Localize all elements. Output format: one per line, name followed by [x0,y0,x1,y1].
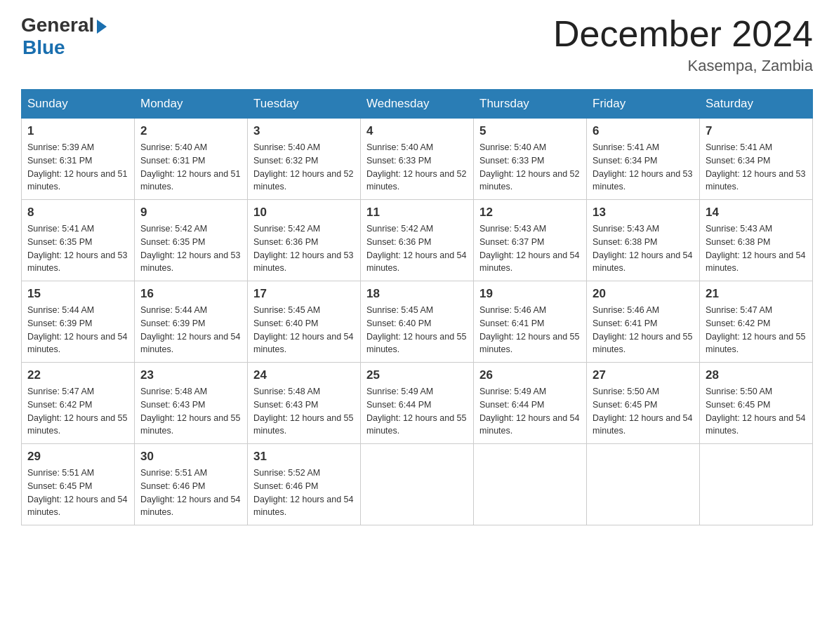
day-number: 1 [27,124,128,138]
calendar-cell: 10Sunrise: 5:42 AMSunset: 6:36 PMDayligh… [248,200,361,281]
day-number: 10 [253,206,355,220]
calendar-cell: 28Sunrise: 5:50 AMSunset: 6:45 PMDayligh… [700,363,813,444]
day-number: 15 [27,287,128,301]
day-number: 5 [479,124,581,138]
day-number: 12 [479,206,581,220]
day-info: Sunrise: 5:40 AMSunset: 6:33 PMDaylight:… [479,141,581,194]
header-cell-friday: Friday [587,90,700,119]
week-row-5: 29Sunrise: 5:51 AMSunset: 6:45 PMDayligh… [22,444,813,525]
calendar-body: 1Sunrise: 5:39 AMSunset: 6:31 PMDaylight… [22,119,813,525]
header-cell-saturday: Saturday [700,90,813,119]
day-number: 21 [706,287,807,301]
day-info: Sunrise: 5:44 AMSunset: 6:39 PMDaylight:… [27,304,128,356]
calendar-cell: 22Sunrise: 5:47 AMSunset: 6:42 PMDayligh… [22,363,135,444]
day-number: 9 [140,206,241,220]
calendar-cell: 26Sunrise: 5:49 AMSunset: 6:44 PMDayligh… [474,363,587,444]
calendar-cell: 9Sunrise: 5:42 AMSunset: 6:35 PMDaylight… [135,200,248,281]
day-info: Sunrise: 5:45 AMSunset: 6:40 PMDaylight:… [253,304,355,356]
day-info: Sunrise: 5:46 AMSunset: 6:41 PMDaylight:… [479,304,581,356]
calendar-cell: 27Sunrise: 5:50 AMSunset: 6:45 PMDayligh… [587,363,700,444]
header-cell-thursday: Thursday [474,90,587,119]
day-number: 7 [706,124,807,138]
logo-blue-text: Blue [22,36,65,59]
calendar-cell: 31Sunrise: 5:52 AMSunset: 6:46 PMDayligh… [248,444,361,525]
calendar-cell: 5Sunrise: 5:40 AMSunset: 6:33 PMDaylight… [474,119,587,200]
day-info: Sunrise: 5:43 AMSunset: 6:38 PMDaylight:… [706,222,807,275]
calendar-cell: 25Sunrise: 5:49 AMSunset: 6:44 PMDayligh… [361,363,474,444]
header-cell-wednesday: Wednesday [361,90,474,119]
calendar-cell: 19Sunrise: 5:46 AMSunset: 6:41 PMDayligh… [474,281,587,363]
day-info: Sunrise: 5:47 AMSunset: 6:42 PMDaylight:… [27,385,128,438]
calendar-cell: 30Sunrise: 5:51 AMSunset: 6:46 PMDayligh… [135,444,248,525]
day-info: Sunrise: 5:42 AMSunset: 6:36 PMDaylight:… [366,222,468,275]
day-number: 28 [706,368,807,382]
day-number: 22 [27,368,128,382]
calendar-cell: 29Sunrise: 5:51 AMSunset: 6:45 PMDayligh… [22,444,135,525]
page-header: General Blue December 2024 Kasempa, Zamb… [21,14,813,75]
day-info: Sunrise: 5:40 AMSunset: 6:33 PMDaylight:… [366,141,468,194]
day-number: 8 [27,206,128,220]
logo-general-text: General [21,14,94,36]
logo: General Blue [21,14,107,59]
day-info: Sunrise: 5:46 AMSunset: 6:41 PMDaylight:… [593,304,694,356]
day-info: Sunrise: 5:48 AMSunset: 6:43 PMDaylight:… [140,385,241,438]
day-number: 31 [253,450,355,464]
day-info: Sunrise: 5:45 AMSunset: 6:40 PMDaylight:… [366,304,468,356]
calendar-cell: 2Sunrise: 5:40 AMSunset: 6:31 PMDaylight… [135,119,248,200]
calendar-cell [474,444,587,525]
week-row-2: 8Sunrise: 5:41 AMSunset: 6:35 PMDaylight… [22,200,813,281]
calendar-cell [587,444,700,525]
day-number: 25 [366,368,468,382]
header-cell-tuesday: Tuesday [248,90,361,119]
day-info: Sunrise: 5:48 AMSunset: 6:43 PMDaylight:… [253,385,355,438]
day-info: Sunrise: 5:43 AMSunset: 6:37 PMDaylight:… [479,222,581,275]
day-info: Sunrise: 5:42 AMSunset: 6:36 PMDaylight:… [253,222,355,275]
day-info: Sunrise: 5:39 AMSunset: 6:31 PMDaylight:… [27,141,128,194]
calendar-cell: 3Sunrise: 5:40 AMSunset: 6:32 PMDaylight… [248,119,361,200]
day-number: 18 [366,287,468,301]
calendar-cell: 16Sunrise: 5:44 AMSunset: 6:39 PMDayligh… [135,281,248,363]
header-cell-monday: Monday [135,90,248,119]
calendar-cell: 14Sunrise: 5:43 AMSunset: 6:38 PMDayligh… [700,200,813,281]
day-number: 6 [593,124,694,138]
day-info: Sunrise: 5:50 AMSunset: 6:45 PMDaylight:… [706,385,807,438]
calendar-cell: 1Sunrise: 5:39 AMSunset: 6:31 PMDaylight… [22,119,135,200]
day-info: Sunrise: 5:52 AMSunset: 6:46 PMDaylight:… [253,467,355,519]
calendar-header: SundayMondayTuesdayWednesdayThursdayFrid… [22,90,813,119]
calendar-cell: 15Sunrise: 5:44 AMSunset: 6:39 PMDayligh… [22,281,135,363]
calendar-cell: 17Sunrise: 5:45 AMSunset: 6:40 PMDayligh… [248,281,361,363]
day-info: Sunrise: 5:51 AMSunset: 6:46 PMDaylight:… [140,467,241,519]
day-number: 24 [253,368,355,382]
week-row-1: 1Sunrise: 5:39 AMSunset: 6:31 PMDaylight… [22,119,813,200]
day-number: 29 [27,450,128,464]
day-number: 13 [593,206,694,220]
calendar-cell: 6Sunrise: 5:41 AMSunset: 6:34 PMDaylight… [587,119,700,200]
day-info: Sunrise: 5:44 AMSunset: 6:39 PMDaylight:… [140,304,241,356]
calendar-cell: 7Sunrise: 5:41 AMSunset: 6:34 PMDaylight… [700,119,813,200]
day-number: 20 [593,287,694,301]
day-info: Sunrise: 5:41 AMSunset: 6:34 PMDaylight:… [706,141,807,194]
day-info: Sunrise: 5:41 AMSunset: 6:34 PMDaylight:… [593,141,694,194]
day-number: 23 [140,368,241,382]
day-number: 16 [140,287,241,301]
calendar-cell: 4Sunrise: 5:40 AMSunset: 6:33 PMDaylight… [361,119,474,200]
day-info: Sunrise: 5:40 AMSunset: 6:31 PMDaylight:… [140,141,241,194]
calendar-cell: 11Sunrise: 5:42 AMSunset: 6:36 PMDayligh… [361,200,474,281]
calendar-cell: 8Sunrise: 5:41 AMSunset: 6:35 PMDaylight… [22,200,135,281]
day-number: 4 [366,124,468,138]
calendar-cell [700,444,813,525]
logo-arrow-icon [97,20,107,34]
day-info: Sunrise: 5:40 AMSunset: 6:32 PMDaylight:… [253,141,355,194]
day-info: Sunrise: 5:49 AMSunset: 6:44 PMDaylight:… [479,385,581,438]
calendar-table: SundayMondayTuesdayWednesdayThursdayFrid… [21,89,813,525]
header-cell-sunday: Sunday [22,90,135,119]
calendar-cell: 13Sunrise: 5:43 AMSunset: 6:38 PMDayligh… [587,200,700,281]
day-number: 2 [140,124,241,138]
calendar-cell: 21Sunrise: 5:47 AMSunset: 6:42 PMDayligh… [700,281,813,363]
day-info: Sunrise: 5:43 AMSunset: 6:38 PMDaylight:… [593,222,694,275]
calendar-cell: 20Sunrise: 5:46 AMSunset: 6:41 PMDayligh… [587,281,700,363]
location-subtitle: Kasempa, Zambia [553,57,813,75]
week-row-4: 22Sunrise: 5:47 AMSunset: 6:42 PMDayligh… [22,363,813,444]
day-number: 17 [253,287,355,301]
calendar-cell: 23Sunrise: 5:48 AMSunset: 6:43 PMDayligh… [135,363,248,444]
